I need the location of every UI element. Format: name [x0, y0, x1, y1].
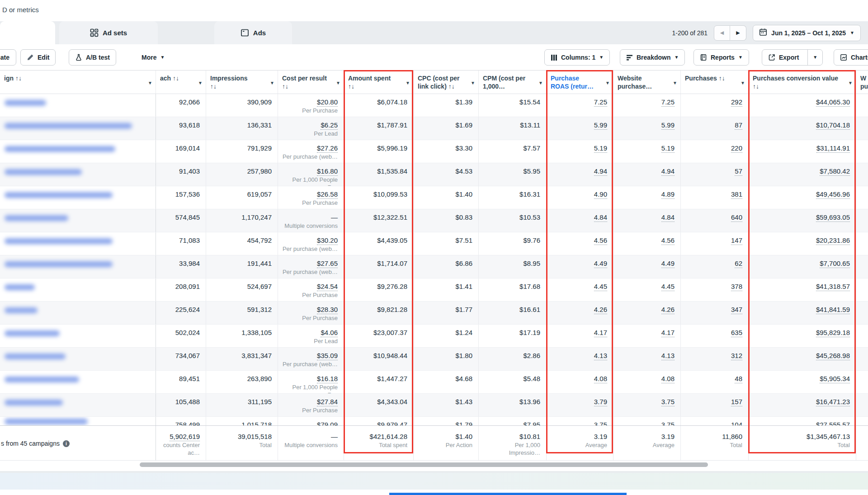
web-value[interactable]: 4.49: [661, 259, 675, 268]
web-value[interactable]: 7.25: [661, 98, 675, 107]
horizontal-scrollbar-thumb[interactable]: [140, 462, 708, 467]
campaign-name-cell[interactable]: [0, 348, 156, 370]
conv-value[interactable]: $5,905.34: [820, 375, 850, 383]
campaign-name-cell[interactable]: [0, 163, 156, 186]
cost-value[interactable]: $16.18: [317, 375, 338, 383]
conv-value[interactable]: $41,841.59: [816, 306, 850, 314]
column-header-cost-per-result[interactable]: Cost per result↑↓▼: [278, 71, 344, 94]
conv-value[interactable]: $7,580.42: [820, 167, 850, 176]
web-value[interactable]: 4.94: [661, 167, 675, 176]
chevron-down-icon[interactable]: ▼: [336, 79, 340, 87]
tab-campaigns-active[interactable]: [0, 21, 55, 44]
tab-ads[interactable]: Ads: [214, 21, 292, 44]
purchases-value[interactable]: 640: [731, 213, 742, 222]
campaign-name-cell[interactable]: [0, 394, 156, 416]
roas-value[interactable]: 4.90: [594, 190, 607, 199]
campaign-name-blurred[interactable]: [5, 100, 46, 106]
chevron-down-icon[interactable]: ▼: [673, 79, 677, 87]
chevron-down-icon[interactable]: ▼: [270, 79, 274, 87]
campaign-name-cell[interactable]: [0, 302, 156, 324]
web-value[interactable]: 3.75: [661, 398, 675, 406]
roas-value[interactable]: 4.26: [594, 306, 607, 314]
cost-value[interactable]: $35.09: [317, 352, 338, 360]
chevron-down-icon[interactable]: ▼: [148, 79, 152, 87]
charts-button-cut[interactable]: Charts: [834, 49, 868, 66]
roas-value[interactable]: 3.79: [594, 398, 607, 406]
web-value[interactable]: 4.89: [661, 190, 675, 199]
chevron-down-icon[interactable]: ▼: [198, 79, 203, 87]
export-button[interactable]: Export ▼: [762, 49, 823, 66]
campaign-name-blurred[interactable]: [5, 169, 82, 175]
horizontal-scrollbar-track[interactable]: [0, 461, 868, 471]
campaign-name-blurred[interactable]: [5, 192, 113, 198]
cost-value[interactable]: $28.30: [317, 306, 338, 314]
campaign-name-cell[interactable]: [0, 325, 156, 347]
web-value[interactable]: 4.45: [661, 283, 675, 291]
cost-value[interactable]: $27.26: [317, 144, 338, 153]
campaign-name-blurred[interactable]: [5, 400, 63, 405]
column-header-impressions[interactable]: Impressions↑↓▼: [206, 71, 278, 94]
campaign-name-blurred[interactable]: [5, 354, 66, 359]
roas-value[interactable]: 4.13: [594, 352, 607, 360]
purchases-value[interactable]: 292: [731, 98, 742, 107]
conv-value[interactable]: $31,114.91: [816, 144, 850, 153]
web-value[interactable]: 5.19: [661, 144, 675, 153]
export-dropdown-segment[interactable]: ▼: [807, 49, 822, 66]
campaign-name-cell[interactable]: [0, 140, 156, 163]
web-value[interactable]: 4.13: [661, 352, 675, 360]
campaign-name-cell[interactable]: [0, 186, 156, 209]
campaign-name-blurred[interactable]: [5, 123, 132, 129]
purchases-value[interactable]: 378: [731, 283, 742, 291]
conv-value[interactable]: $49,456.96: [816, 190, 850, 199]
purchases-value[interactable]: 48: [735, 375, 742, 383]
cost-value[interactable]: $24.54: [317, 283, 338, 291]
column-header-cpm[interactable]: CPM (cost per1,000…▼: [478, 71, 546, 94]
campaign-name-cell[interactable]: [0, 417, 156, 425]
roas-value[interactable]: 4.84: [594, 213, 607, 222]
chevron-down-icon[interactable]: ▼: [605, 79, 610, 87]
chevron-down-icon[interactable]: ▼: [741, 79, 745, 87]
cost-value[interactable]: $27.65: [317, 259, 338, 268]
ab-test-button[interactable]: A/B test: [69, 49, 116, 66]
roas-value[interactable]: 4.56: [594, 236, 607, 245]
roas-value[interactable]: 4.49: [594, 259, 607, 268]
chevron-down-icon[interactable]: ▼: [471, 79, 475, 87]
cost-value[interactable]: $16.80: [317, 167, 338, 176]
campaign-name-cell[interactable]: [0, 278, 156, 301]
conv-value[interactable]: $16,471.23: [816, 398, 850, 406]
purchases-value[interactable]: 312: [731, 352, 742, 360]
cost-value[interactable]: $79.09: [317, 421, 338, 425]
roas-value[interactable]: 5.19: [594, 144, 607, 153]
campaign-name-cell[interactable]: [0, 209, 156, 232]
cost-value[interactable]: $30.20: [317, 236, 338, 245]
column-header-purchases[interactable]: Purchases ↑↓▼: [680, 71, 748, 94]
cost-value[interactable]: $6.25: [321, 121, 338, 130]
column-header-purchase-roas[interactable]: PurchaseROAS (retur…▼: [546, 71, 613, 94]
campaign-name-cell[interactable]: [0, 94, 156, 117]
roas-value[interactable]: 3.75: [594, 421, 607, 425]
chevron-down-icon[interactable]: ▼: [406, 79, 410, 87]
next-page-button[interactable]: ▶: [730, 25, 746, 41]
chevron-down-icon[interactable]: ▼: [848, 79, 853, 87]
web-value[interactable]: 4.26: [661, 306, 675, 314]
campaign-name-blurred[interactable]: [5, 215, 68, 221]
web-value[interactable]: 5.99: [661, 121, 675, 130]
conv-value[interactable]: $44,065.30: [816, 98, 850, 107]
cost-value[interactable]: $4.06: [321, 329, 338, 337]
web-value[interactable]: 4.17: [661, 329, 675, 337]
column-header-purchases-conversion-value[interactable]: Purchases conversion value↑↓▼: [748, 71, 856, 94]
conv-value[interactable]: $10,704.18: [816, 121, 850, 130]
purchases-value[interactable]: 87: [735, 121, 742, 130]
web-value[interactable]: 3.75: [661, 421, 675, 425]
breakdown-button[interactable]: Breakdown ▼: [620, 49, 685, 66]
roas-value[interactable]: 4.08: [594, 375, 607, 383]
campaign-name-blurred[interactable]: [5, 307, 38, 313]
edit-button[interactable]: Edit: [20, 49, 56, 66]
purchases-value[interactable]: 157: [731, 398, 742, 406]
tab-ad-sets[interactable]: Ad sets: [59, 21, 158, 44]
column-header-website-purchases-conv-cut[interactable]: Wpu: [856, 71, 868, 94]
columns-button[interactable]: Columns: 1 ▼: [544, 49, 610, 66]
previous-page-button[interactable]: ◀: [714, 25, 730, 41]
roas-value[interactable]: 7.25: [594, 98, 607, 107]
purchases-value[interactable]: 381: [731, 190, 742, 199]
